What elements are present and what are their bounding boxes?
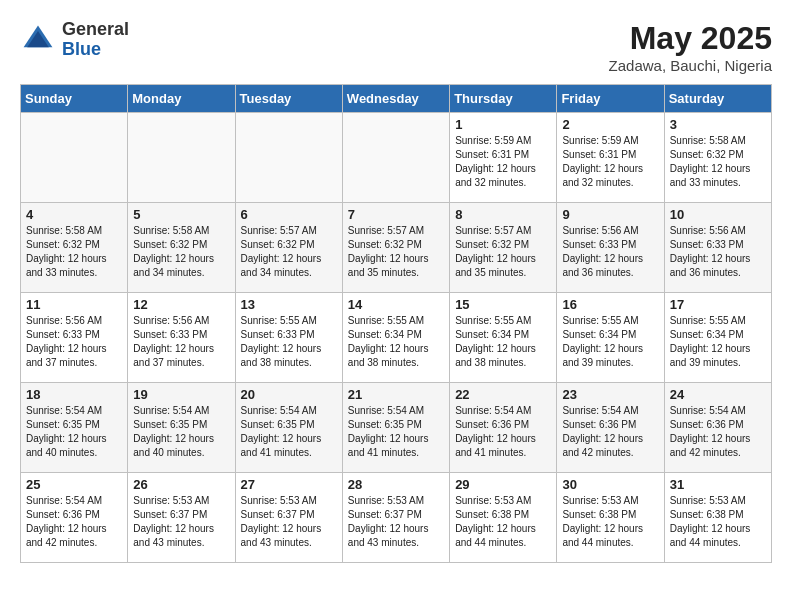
calendar-cell: 7Sunrise: 5:57 AM Sunset: 6:32 PM Daylig… <box>342 203 449 293</box>
week-row-4: 18Sunrise: 5:54 AM Sunset: 6:35 PM Dayli… <box>21 383 772 473</box>
day-info: Sunrise: 5:55 AM Sunset: 6:34 PM Dayligh… <box>670 314 766 370</box>
day-info: Sunrise: 5:53 AM Sunset: 6:37 PM Dayligh… <box>348 494 444 550</box>
day-info: Sunrise: 5:55 AM Sunset: 6:34 PM Dayligh… <box>348 314 444 370</box>
weekday-header-wednesday: Wednesday <box>342 85 449 113</box>
day-number: 30 <box>562 477 658 492</box>
day-number: 27 <box>241 477 337 492</box>
day-info: Sunrise: 5:56 AM Sunset: 6:33 PM Dayligh… <box>670 224 766 280</box>
calendar-cell: 15Sunrise: 5:55 AM Sunset: 6:34 PM Dayli… <box>450 293 557 383</box>
day-number: 13 <box>241 297 337 312</box>
day-info: Sunrise: 5:54 AM Sunset: 6:36 PM Dayligh… <box>26 494 122 550</box>
day-info: Sunrise: 5:57 AM Sunset: 6:32 PM Dayligh… <box>455 224 551 280</box>
day-info: Sunrise: 5:56 AM Sunset: 6:33 PM Dayligh… <box>26 314 122 370</box>
calendar-cell: 16Sunrise: 5:55 AM Sunset: 6:34 PM Dayli… <box>557 293 664 383</box>
calendar-cell: 3Sunrise: 5:58 AM Sunset: 6:32 PM Daylig… <box>664 113 771 203</box>
week-row-3: 11Sunrise: 5:56 AM Sunset: 6:33 PM Dayli… <box>21 293 772 383</box>
day-info: Sunrise: 5:54 AM Sunset: 6:36 PM Dayligh… <box>562 404 658 460</box>
day-info: Sunrise: 5:53 AM Sunset: 6:37 PM Dayligh… <box>133 494 229 550</box>
day-number: 9 <box>562 207 658 222</box>
day-info: Sunrise: 5:54 AM Sunset: 6:35 PM Dayligh… <box>133 404 229 460</box>
weekday-header-monday: Monday <box>128 85 235 113</box>
calendar-cell: 14Sunrise: 5:55 AM Sunset: 6:34 PM Dayli… <box>342 293 449 383</box>
month-title: May 2025 <box>609 20 772 57</box>
calendar-cell <box>21 113 128 203</box>
calendar-cell: 9Sunrise: 5:56 AM Sunset: 6:33 PM Daylig… <box>557 203 664 293</box>
day-info: Sunrise: 5:58 AM Sunset: 6:32 PM Dayligh… <box>670 134 766 190</box>
calendar-cell: 6Sunrise: 5:57 AM Sunset: 6:32 PM Daylig… <box>235 203 342 293</box>
day-info: Sunrise: 5:59 AM Sunset: 6:31 PM Dayligh… <box>562 134 658 190</box>
weekday-header-tuesday: Tuesday <box>235 85 342 113</box>
calendar-cell: 27Sunrise: 5:53 AM Sunset: 6:37 PM Dayli… <box>235 473 342 563</box>
day-info: Sunrise: 5:59 AM Sunset: 6:31 PM Dayligh… <box>455 134 551 190</box>
day-number: 11 <box>26 297 122 312</box>
logo: General Blue <box>20 20 129 60</box>
day-info: Sunrise: 5:54 AM Sunset: 6:35 PM Dayligh… <box>241 404 337 460</box>
day-number: 2 <box>562 117 658 132</box>
day-number: 4 <box>26 207 122 222</box>
calendar-cell: 23Sunrise: 5:54 AM Sunset: 6:36 PM Dayli… <box>557 383 664 473</box>
day-info: Sunrise: 5:53 AM Sunset: 6:38 PM Dayligh… <box>562 494 658 550</box>
day-info: Sunrise: 5:58 AM Sunset: 6:32 PM Dayligh… <box>26 224 122 280</box>
week-row-1: 1Sunrise: 5:59 AM Sunset: 6:31 PM Daylig… <box>21 113 772 203</box>
day-info: Sunrise: 5:54 AM Sunset: 6:35 PM Dayligh… <box>348 404 444 460</box>
logo-text: General Blue <box>62 20 129 60</box>
calendar-cell: 12Sunrise: 5:56 AM Sunset: 6:33 PM Dayli… <box>128 293 235 383</box>
title-block: May 2025 Zadawa, Bauchi, Nigeria <box>609 20 772 74</box>
calendar-table: SundayMondayTuesdayWednesdayThursdayFrid… <box>20 84 772 563</box>
calendar-cell: 19Sunrise: 5:54 AM Sunset: 6:35 PM Dayli… <box>128 383 235 473</box>
day-number: 19 <box>133 387 229 402</box>
day-info: Sunrise: 5:57 AM Sunset: 6:32 PM Dayligh… <box>241 224 337 280</box>
day-number: 28 <box>348 477 444 492</box>
day-info: Sunrise: 5:56 AM Sunset: 6:33 PM Dayligh… <box>133 314 229 370</box>
day-number: 1 <box>455 117 551 132</box>
calendar-cell: 1Sunrise: 5:59 AM Sunset: 6:31 PM Daylig… <box>450 113 557 203</box>
calendar-cell: 26Sunrise: 5:53 AM Sunset: 6:37 PM Dayli… <box>128 473 235 563</box>
day-info: Sunrise: 5:54 AM Sunset: 6:35 PM Dayligh… <box>26 404 122 460</box>
week-row-5: 25Sunrise: 5:54 AM Sunset: 6:36 PM Dayli… <box>21 473 772 563</box>
day-number: 20 <box>241 387 337 402</box>
calendar-cell: 31Sunrise: 5:53 AM Sunset: 6:38 PM Dayli… <box>664 473 771 563</box>
day-number: 22 <box>455 387 551 402</box>
day-number: 18 <box>26 387 122 402</box>
calendar-cell: 8Sunrise: 5:57 AM Sunset: 6:32 PM Daylig… <box>450 203 557 293</box>
weekday-header-thursday: Thursday <box>450 85 557 113</box>
day-number: 5 <box>133 207 229 222</box>
day-info: Sunrise: 5:58 AM Sunset: 6:32 PM Dayligh… <box>133 224 229 280</box>
day-info: Sunrise: 5:55 AM Sunset: 6:34 PM Dayligh… <box>455 314 551 370</box>
calendar-cell: 2Sunrise: 5:59 AM Sunset: 6:31 PM Daylig… <box>557 113 664 203</box>
calendar-cell <box>128 113 235 203</box>
calendar-cell: 24Sunrise: 5:54 AM Sunset: 6:36 PM Dayli… <box>664 383 771 473</box>
weekday-header-friday: Friday <box>557 85 664 113</box>
day-number: 24 <box>670 387 766 402</box>
day-info: Sunrise: 5:54 AM Sunset: 6:36 PM Dayligh… <box>670 404 766 460</box>
logo-icon <box>20 22 56 58</box>
day-number: 3 <box>670 117 766 132</box>
day-info: Sunrise: 5:55 AM Sunset: 6:34 PM Dayligh… <box>562 314 658 370</box>
page-header: General Blue May 2025 Zadawa, Bauchi, Ni… <box>20 20 772 74</box>
calendar-cell: 29Sunrise: 5:53 AM Sunset: 6:38 PM Dayli… <box>450 473 557 563</box>
day-number: 31 <box>670 477 766 492</box>
day-info: Sunrise: 5:54 AM Sunset: 6:36 PM Dayligh… <box>455 404 551 460</box>
calendar-cell: 11Sunrise: 5:56 AM Sunset: 6:33 PM Dayli… <box>21 293 128 383</box>
day-info: Sunrise: 5:53 AM Sunset: 6:38 PM Dayligh… <box>455 494 551 550</box>
calendar-cell: 20Sunrise: 5:54 AM Sunset: 6:35 PM Dayli… <box>235 383 342 473</box>
day-number: 12 <box>133 297 229 312</box>
day-info: Sunrise: 5:57 AM Sunset: 6:32 PM Dayligh… <box>348 224 444 280</box>
calendar-cell: 13Sunrise: 5:55 AM Sunset: 6:33 PM Dayli… <box>235 293 342 383</box>
calendar-cell: 18Sunrise: 5:54 AM Sunset: 6:35 PM Dayli… <box>21 383 128 473</box>
day-number: 10 <box>670 207 766 222</box>
weekday-header-row: SundayMondayTuesdayWednesdayThursdayFrid… <box>21 85 772 113</box>
calendar-cell <box>342 113 449 203</box>
calendar-cell: 4Sunrise: 5:58 AM Sunset: 6:32 PM Daylig… <box>21 203 128 293</box>
calendar-cell: 28Sunrise: 5:53 AM Sunset: 6:37 PM Dayli… <box>342 473 449 563</box>
location: Zadawa, Bauchi, Nigeria <box>609 57 772 74</box>
day-number: 17 <box>670 297 766 312</box>
day-number: 16 <box>562 297 658 312</box>
weekday-header-saturday: Saturday <box>664 85 771 113</box>
day-info: Sunrise: 5:53 AM Sunset: 6:38 PM Dayligh… <box>670 494 766 550</box>
day-number: 29 <box>455 477 551 492</box>
calendar-cell: 5Sunrise: 5:58 AM Sunset: 6:32 PM Daylig… <box>128 203 235 293</box>
calendar-cell: 17Sunrise: 5:55 AM Sunset: 6:34 PM Dayli… <box>664 293 771 383</box>
day-number: 7 <box>348 207 444 222</box>
calendar-cell: 30Sunrise: 5:53 AM Sunset: 6:38 PM Dayli… <box>557 473 664 563</box>
